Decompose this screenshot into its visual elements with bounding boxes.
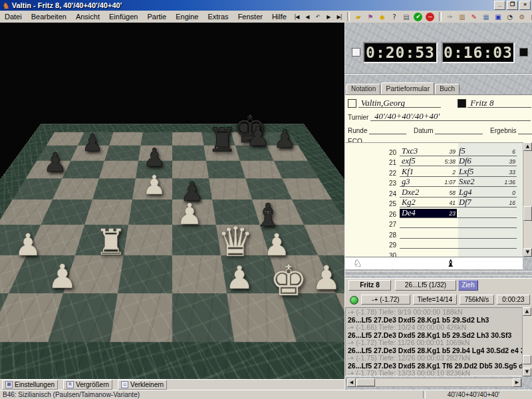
result-field[interactable] bbox=[518, 124, 532, 134]
go-back-icon[interactable]: ◀ bbox=[303, 12, 312, 22]
menu-engine[interactable]: Engine bbox=[171, 11, 203, 22]
black-pawn[interactable]: ♟ bbox=[43, 149, 67, 176]
menu-extras[interactable]: Extras bbox=[203, 11, 233, 22]
black-pawn[interactable]: ♟ bbox=[82, 131, 103, 155]
scroll-thumb[interactable] bbox=[523, 206, 532, 221]
question-icon[interactable]: ? bbox=[389, 12, 400, 22]
white-move-cell[interactable] bbox=[400, 239, 457, 249]
menu-einfgen[interactable]: Einfügen bbox=[104, 11, 142, 22]
board-window-icon[interactable]: ▣ bbox=[493, 12, 503, 22]
white-move-cell[interactable]: Dxe258 bbox=[400, 188, 457, 198]
round-field[interactable] bbox=[369, 124, 406, 134]
white-move-cell[interactable]: g31:07 bbox=[400, 178, 457, 187]
black-move-cell[interactable] bbox=[457, 219, 517, 228]
menu-hilfe[interactable]: Hilfe bbox=[267, 11, 291, 22]
black-move-cell[interactable]: Lxf533 bbox=[457, 168, 517, 177]
black-move-cell[interactable] bbox=[457, 250, 517, 257]
book-icon[interactable]: ▥ bbox=[457, 12, 467, 22]
move-list-scrollbar[interactable]: ▲ ▼ bbox=[523, 142, 532, 257]
settings-icon[interactable]: ⚙ bbox=[517, 12, 527, 22]
white-pawn[interactable]: ♟ bbox=[312, 261, 342, 295]
go-first-icon[interactable]: |◀ bbox=[292, 12, 301, 22]
white-move-cell[interactable] bbox=[400, 250, 457, 257]
date-field[interactable] bbox=[435, 124, 483, 134]
tab-notation[interactable]: Notation bbox=[346, 84, 380, 94]
analysis-scrollbar[interactable]: ▲ ▼ bbox=[522, 307, 532, 376]
levels-icon[interactable]: ⚑ bbox=[365, 12, 376, 22]
white-move-cell[interactable]: Txc339 bbox=[400, 147, 457, 156]
white-pawn[interactable]: ♟ bbox=[14, 229, 41, 260]
layout-icon[interactable]: ▦ bbox=[481, 12, 491, 22]
white-king[interactable]: ♚ bbox=[269, 259, 307, 302]
white-move-cell[interactable]: Kf12 bbox=[400, 168, 457, 177]
black-move-cell[interactable]: Df716 bbox=[457, 198, 517, 207]
white-player-checkbox[interactable] bbox=[348, 99, 356, 108]
tournament-field[interactable]: 40'/40+40'/40+40' bbox=[370, 111, 531, 121]
black-pawn[interactable]: ♟ bbox=[273, 126, 296, 152]
menu-partie[interactable]: Partie bbox=[142, 11, 171, 22]
analyze-icon[interactable]: ▤ bbox=[401, 12, 412, 22]
coach-icon[interactable]: ✑ bbox=[445, 12, 456, 22]
black-player-field[interactable]: Fritz 8 bbox=[467, 98, 531, 108]
white-move-cell[interactable] bbox=[400, 219, 457, 228]
board-button-verkleinern[interactable]: ▫Verkleinern bbox=[118, 380, 167, 390]
takeback-icon[interactable]: ↶ bbox=[313, 12, 323, 22]
white-move-cell[interactable] bbox=[400, 229, 457, 239]
go-last-icon[interactable]: ▶| bbox=[334, 12, 344, 22]
new-game-icon[interactable]: ▰ bbox=[353, 12, 364, 22]
scroll-thumb[interactable] bbox=[356, 378, 375, 386]
white-rook[interactable]: ♜ bbox=[95, 225, 127, 261]
black-rook[interactable]: ♜ bbox=[207, 124, 237, 157]
close-button[interactable]: × bbox=[519, 1, 531, 10]
white-move-cell[interactable]: exf55:38 bbox=[400, 157, 457, 166]
white-move-cell[interactable]: Kg241 bbox=[400, 198, 457, 207]
white-player-field[interactable]: Valtin,Georg bbox=[358, 98, 441, 108]
scroll-right-icon[interactable]: ▶ bbox=[513, 378, 521, 387]
black-move-cell[interactable]: Df639 bbox=[457, 157, 517, 166]
menu-bearbeiten[interactable]: Bearbeiten bbox=[27, 11, 71, 22]
move-now-button[interactable]: Zieh bbox=[458, 280, 478, 291]
scroll-thumb[interactable] bbox=[523, 355, 531, 364]
black-move-cell[interactable] bbox=[457, 239, 517, 249]
stop-icon[interactable]: − bbox=[425, 12, 436, 22]
scroll-down-icon[interactable]: ▼ bbox=[523, 368, 531, 376]
board-button-vergrößern[interactable]: RVergrößern bbox=[63, 380, 112, 390]
white-queen[interactable]: ♛ bbox=[217, 221, 254, 263]
menu-fenster[interactable]: Fenster bbox=[233, 11, 267, 22]
scroll-left-icon[interactable]: ◀ bbox=[347, 378, 356, 387]
analysis-variation[interactable]: 26...Lf5 27.De3 Dxd5 28.Kg1 b5 29.b4 Lg4… bbox=[348, 347, 522, 355]
engine-name-button[interactable]: Fritz 8 bbox=[348, 280, 391, 291]
black-move-cell[interactable]: f56 bbox=[457, 147, 517, 156]
white-pawn[interactable]: ♟ bbox=[176, 200, 202, 229]
restore-button[interactable]: ❐ bbox=[507, 1, 518, 10]
white-pawn[interactable]: ♟ bbox=[48, 260, 78, 293]
tab-partieformular[interactable]: Partieformular bbox=[381, 82, 434, 94]
annotate-icon[interactable]: ✎ bbox=[469, 12, 479, 22]
white-pawn[interactable]: ♟ bbox=[263, 229, 290, 260]
board-button-einstellungen[interactable]: ▦Einstellungen bbox=[2, 380, 58, 390]
black-move-cell[interactable]: Sxe21:36 bbox=[457, 178, 517, 187]
scroll-up-icon[interactable]: ▲ bbox=[523, 307, 531, 316]
analysis-variation[interactable]: 26...Lf5 27.De3 Dxd5 28.Kg1 b5 29.Sd2 Lh… bbox=[348, 332, 522, 340]
scroll-down-icon[interactable]: ▼ bbox=[523, 248, 532, 257]
clock-icon[interactable]: ◔ bbox=[505, 12, 515, 22]
scroll-up-icon[interactable]: ▲ bbox=[523, 142, 532, 151]
engine-ok-icon[interactable]: ✔ bbox=[413, 12, 424, 22]
white-pawn[interactable]: ♟ bbox=[142, 172, 166, 198]
analysis-variation[interactable]: 26...Lf5 27.De3 Dxd5 28.Kg1 b5 29.Sd2 Lh… bbox=[348, 317, 522, 325]
black-pawn[interactable]: ♟ bbox=[143, 145, 166, 170]
go-forward-icon[interactable]: ▶ bbox=[324, 12, 333, 22]
black-pawn[interactable]: ♟ bbox=[246, 123, 270, 150]
minimize-button[interactable]: _ bbox=[494, 1, 505, 10]
analysis-variation[interactable]: 26...Lf5 27.De3 Dxd5 28.Kg1 Tf6 29.Dd2 D… bbox=[348, 362, 522, 370]
tab-buch[interactable]: Buch bbox=[435, 84, 460, 94]
black-move-cell[interactable]: Lg40 bbox=[457, 188, 517, 198]
menu-ansicht[interactable]: Ansicht bbox=[71, 11, 104, 22]
black-move-cell[interactable] bbox=[457, 209, 517, 218]
analysis-hscrollbar[interactable]: ◀ ▶ bbox=[346, 378, 522, 387]
menu-datei[interactable]: Datei bbox=[0, 11, 27, 22]
windows-icon[interactable]: ▩ bbox=[529, 12, 532, 22]
hint-icon[interactable]: ◆ bbox=[377, 12, 388, 22]
white-pawn[interactable]: ♟ bbox=[225, 261, 253, 293]
black-move-cell[interactable] bbox=[457, 229, 517, 239]
